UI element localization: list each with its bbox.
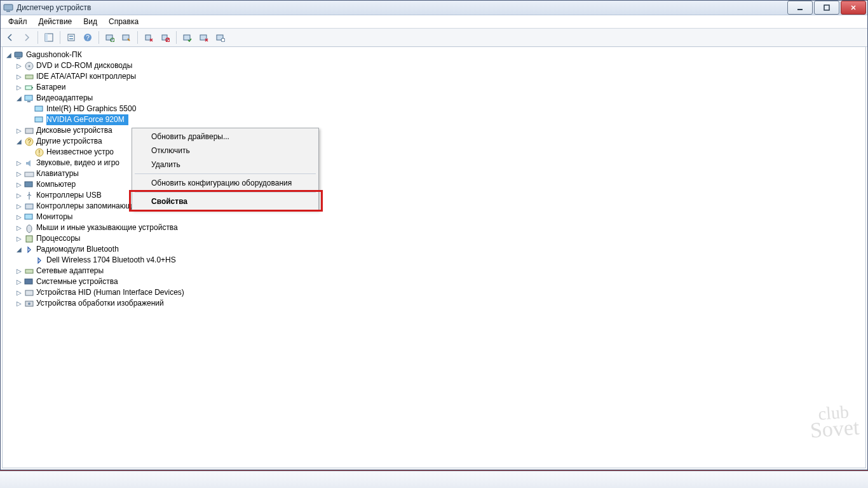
expand-icon[interactable]: ▷ bbox=[14, 180, 24, 190]
tree-item-hid[interactable]: ▷Устройства HID (Human Interface Devices… bbox=[3, 287, 865, 298]
disk-icon bbox=[24, 126, 34, 136]
svg-rect-28 bbox=[25, 95, 32, 100]
expand-icon[interactable]: ▷ bbox=[14, 234, 24, 244]
svg-rect-29 bbox=[27, 101, 31, 102]
svg-point-24 bbox=[29, 65, 31, 67]
tree-item-system[interactable]: ▷Системные устройства bbox=[3, 276, 865, 287]
desktop-taskbar-fragment bbox=[0, 471, 868, 488]
properties-button[interactable] bbox=[64, 30, 78, 44]
expand-icon[interactable]: ▷ bbox=[14, 191, 24, 201]
svg-rect-25 bbox=[25, 75, 33, 79]
nav-forward-button[interactable] bbox=[20, 30, 34, 44]
update-driver-button[interactable] bbox=[119, 30, 133, 44]
menubar: Файл Действие Вид Справка bbox=[1, 15, 867, 29]
expand-icon[interactable]: ▷ bbox=[14, 72, 24, 82]
collapse-icon[interactable]: ◢ bbox=[14, 245, 24, 255]
ctx-update-drivers[interactable]: Обновить драйверы... bbox=[133, 130, 317, 144]
tree-root[interactable]: ◢ Gagushonok-ПК bbox=[3, 50, 865, 60]
tree-item-mouse[interactable]: ▷Мыши и иные указывающие устройства bbox=[3, 222, 865, 233]
collapse-icon[interactable]: ◢ bbox=[14, 93, 24, 104]
expand-icon[interactable]: ▷ bbox=[14, 201, 24, 212]
ctx-delete[interactable]: Удалить bbox=[133, 158, 317, 172]
tree-item-intel-graphics[interactable]: Intel(R) HD Graphics 5500 bbox=[3, 104, 865, 114]
menu-file[interactable]: Файл bbox=[3, 16, 32, 27]
expand-icon[interactable]: ▷ bbox=[14, 288, 24, 298]
tree-item-ide[interactable]: ▷IDE ATA/ATAPI контроллеры bbox=[3, 71, 865, 82]
add-legacy-button[interactable] bbox=[214, 30, 227, 44]
uninstall-button[interactable] bbox=[142, 30, 156, 44]
menu-view[interactable]: Вид bbox=[78, 16, 102, 27]
expand-icon[interactable]: ▷ bbox=[14, 223, 24, 233]
expand-icon[interactable]: ▷ bbox=[14, 277, 24, 287]
disable-button[interactable] bbox=[158, 30, 172, 44]
svg-rect-11 bbox=[106, 35, 112, 40]
scan-hardware-button[interactable] bbox=[103, 30, 117, 44]
tree-item-dvd[interactable]: ▷DVD и CD-ROM дисководы bbox=[3, 60, 865, 71]
tree-item-battery[interactable]: ▷Батареи bbox=[3, 82, 865, 93]
expand-icon[interactable]: ▷ bbox=[14, 266, 24, 276]
expand-icon[interactable]: ▷ bbox=[14, 169, 24, 179]
tree-item-cpu[interactable]: ▷Процессоры bbox=[3, 233, 865, 244]
window-controls bbox=[786, 1, 866, 15]
nav-back-button[interactable] bbox=[3, 30, 17, 44]
expand-icon[interactable]: ▷ bbox=[14, 299, 24, 309]
expand-icon[interactable]: ▷ bbox=[14, 83, 24, 93]
ctx-rescan-hardware[interactable]: Обновить конфигурацию оборудования bbox=[133, 176, 317, 190]
monitor-icon bbox=[24, 212, 34, 222]
tree-item-video[interactable]: ◢Видеоадаптеры bbox=[3, 93, 865, 104]
show-hide-tree-button[interactable] bbox=[42, 30, 56, 44]
expand-icon[interactable]: ▷ bbox=[14, 126, 24, 136]
close-button[interactable] bbox=[841, 1, 866, 15]
tree-item-network[interactable]: ▷Сетевые адаптеры bbox=[3, 266, 865, 276]
toolbar: ? bbox=[1, 29, 867, 47]
collapse-icon[interactable]: ◢ bbox=[4, 50, 14, 60]
ctx-properties[interactable]: Свойства bbox=[133, 194, 317, 208]
menu-help[interactable]: Справка bbox=[104, 16, 144, 27]
svg-rect-40 bbox=[25, 214, 32, 219]
toolbar-separator bbox=[37, 31, 38, 44]
tree-root-label: Gagushonok-ПК bbox=[26, 50, 86, 60]
display-adapter-icon bbox=[34, 115, 44, 125]
device-manager-window: Диспетчер устройств Файл Действие Вид Сп… bbox=[0, 0, 868, 470]
expand-icon[interactable]: ▷ bbox=[14, 158, 24, 168]
svg-rect-3 bbox=[824, 5, 829, 10]
maximize-button[interactable] bbox=[814, 1, 839, 15]
svg-point-41 bbox=[27, 225, 32, 233]
svg-rect-32 bbox=[25, 128, 33, 133]
tree-item-dell-bluetooth[interactable]: Dell Wireless 1704 Bluetooth v4.0+HS bbox=[3, 255, 865, 266]
tree-item-monitors[interactable]: ▷Мониторы bbox=[3, 212, 865, 222]
bluetooth-icon bbox=[24, 245, 34, 255]
device-tree[interactable]: ◢ Gagushonok-ПК ▷DVD и CD-ROM дисководы … bbox=[2, 46, 866, 468]
svg-rect-30 bbox=[35, 106, 43, 111]
expand-icon[interactable]: ▷ bbox=[14, 61, 24, 71]
svg-rect-37 bbox=[25, 172, 34, 177]
window-title: Диспетчер устройств bbox=[17, 3, 786, 12]
menu-action[interactable]: Действие bbox=[34, 16, 78, 27]
tree-item-nvidia-selected[interactable]: NVIDIA GeForce 920M bbox=[3, 114, 865, 125]
enable-button[interactable] bbox=[180, 30, 194, 44]
keyboard-icon bbox=[24, 169, 34, 179]
svg-rect-31 bbox=[35, 117, 43, 122]
battery-icon bbox=[24, 83, 34, 93]
system-device-icon bbox=[24, 277, 34, 287]
help-button[interactable]: ? bbox=[81, 30, 95, 44]
sound-icon bbox=[24, 158, 34, 168]
svg-rect-38 bbox=[25, 182, 32, 187]
ctx-disable[interactable]: Отключить bbox=[133, 144, 317, 158]
tree-item-bluetooth[interactable]: ◢Радиомодули Bluetooth bbox=[3, 244, 865, 255]
display-adapter-icon bbox=[24, 93, 34, 104]
tree-item-imaging[interactable]: ▷Устройства обработки изображений bbox=[3, 298, 865, 309]
cpu-icon bbox=[24, 234, 34, 244]
minimize-button[interactable] bbox=[787, 1, 813, 15]
context-menu[interactable]: Обновить драйверы... Отключить Удалить О… bbox=[132, 128, 319, 210]
legacy-hardware-button[interactable] bbox=[197, 30, 211, 44]
expand-icon[interactable]: ▷ bbox=[14, 212, 24, 222]
svg-rect-0 bbox=[4, 4, 13, 10]
collapse-icon[interactable]: ◢ bbox=[14, 137, 24, 147]
imaging-icon bbox=[24, 299, 34, 309]
titlebar[interactable]: Диспетчер устройств bbox=[1, 1, 867, 15]
svg-rect-42 bbox=[26, 236, 32, 242]
svg-rect-2 bbox=[797, 9, 803, 10]
svg-rect-21 bbox=[15, 52, 22, 57]
network-icon bbox=[24, 266, 34, 276]
